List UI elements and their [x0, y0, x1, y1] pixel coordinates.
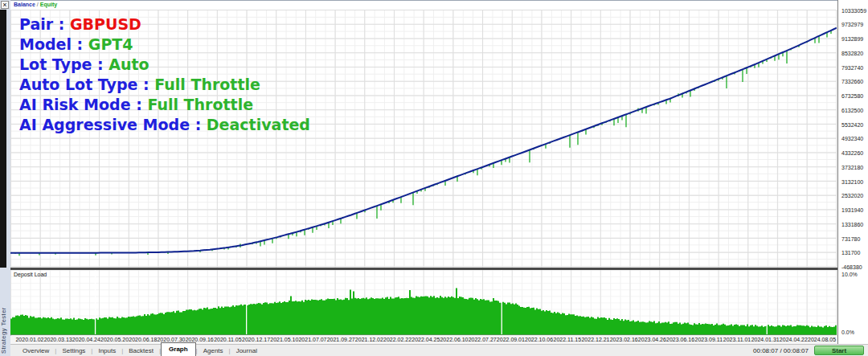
x-tick-label: 2023.06.16	[666, 337, 694, 342]
x-tick-label: 2023.09.11	[695, 337, 723, 342]
y-tick-label: 3732180	[841, 165, 863, 170]
y-tick-label: 1931940	[841, 207, 863, 213]
x-tick-label: 2022.11.15	[554, 337, 582, 342]
y-tick-label: 10333059	[841, 8, 866, 14]
x-tick-label: 2024.04.22	[780, 337, 808, 342]
overlay-value: Deactivated	[207, 116, 310, 133]
deposit-load-plot	[10, 270, 837, 335]
y-tick-label: 731780	[841, 236, 860, 242]
deposit-load-title: Deposit Load	[14, 272, 47, 277]
sidebar-title: Strategy Tester	[0, 273, 10, 354]
x-tick-label: 2022.09.01	[497, 337, 525, 342]
deposit-min-label: 0.0%	[841, 329, 854, 335]
y-tick-label: 4932340	[841, 136, 863, 141]
x-tick-label: 2023.11.01	[723, 337, 751, 342]
x-tick-label: 2020.12.17	[242, 337, 270, 342]
y-tick-label: 5532420	[841, 122, 863, 128]
y-tick-label: 2532020	[841, 193, 863, 198]
overlay-label: Pair :	[19, 15, 70, 33]
y-tick-label: -468380	[841, 264, 862, 270]
overlay-line: Auto Lot Type : Full Throttle	[19, 75, 310, 95]
overlay-value: GPT4	[88, 35, 133, 53]
y-tick-label: 6132500	[841, 108, 863, 113]
x-tick-label: 2022.10.06	[525, 337, 553, 342]
legend-balance: Balance	[14, 2, 35, 7]
tab-settings[interactable]: Settings	[56, 346, 91, 356]
x-tick-label: 2024.01.31	[751, 337, 780, 342]
tab-overview[interactable]: Overview	[17, 346, 55, 356]
x-axis: 2020.01.022020.03.132020.04.242020.05.20…	[10, 336, 837, 344]
y-tick-label: 7332660	[841, 79, 863, 84]
start-button[interactable]: Start	[814, 346, 864, 355]
tab-graph[interactable]: Graph	[161, 342, 196, 356]
overlay-line: AI Risk Mode : Full Throttle	[19, 95, 310, 115]
tab-backtest[interactable]: Backtest	[123, 346, 159, 356]
x-tick-label: 2022.04.25	[411, 337, 440, 342]
tab-agents[interactable]: Agents	[198, 346, 229, 356]
x-tick-label: 2022.12.21	[581, 337, 609, 342]
chart-legend: Balance/Equity	[14, 2, 57, 7]
deposit-max-label: 10.0%	[841, 272, 858, 277]
overlay-label: Model :	[19, 35, 88, 53]
x-tick-label: 2020.01.02	[15, 337, 43, 342]
overlay-label: AI Risk Mode :	[19, 96, 147, 113]
y-tick-label: 9132899	[841, 36, 863, 42]
overlay-label: Lot Type :	[19, 55, 108, 73]
legend-equity: Equity	[40, 2, 57, 7]
overlay-line: Model : GPT4	[19, 35, 310, 55]
x-tick-label: 2023.02.16	[610, 337, 638, 342]
x-tick-label: 2021.05.10	[270, 337, 298, 342]
x-tick-label: 2020.04.24	[72, 337, 100, 342]
chart-header	[10, 0, 837, 10]
x-tick-label: 2022.02.22	[383, 337, 411, 342]
y-tick-label: 3132100	[841, 179, 863, 185]
overlay-label: AI Aggressive Mode :	[19, 116, 207, 133]
tab-inputs[interactable]: Inputs	[92, 346, 121, 356]
y-axis: 1033305997329799132899853282079327407332…	[837, 0, 868, 344]
chart-panel-edge	[0, 10, 6, 268]
overlay-line: Pair : GBPUSD	[19, 14, 310, 35]
x-tick-label: 2022.07.27	[469, 337, 497, 342]
x-tick-label: 2020.05.20	[100, 337, 129, 342]
overlay-value: Full Throttle	[147, 96, 253, 113]
elapsed-time: 00:08:07 / 00:08:07	[753, 347, 809, 354]
x-tick-label: 2021.07.07	[298, 337, 326, 342]
x-tick-label: 2021.09.27	[327, 337, 355, 342]
overlay-value: Full Throttle	[154, 76, 260, 93]
x-tick-label: 2024.08.05	[808, 337, 836, 342]
x-tick-label: 2023.04.26	[638, 337, 666, 342]
overlay-value: GBPUSD	[70, 15, 141, 33]
overlay-value: Auto	[108, 55, 149, 73]
y-tick-label: 1331860	[841, 222, 863, 227]
y-tick-label: 4332260	[841, 150, 863, 156]
x-tick-label: 2022.06.10	[440, 337, 468, 342]
x-tick-label: 2020.06.18	[129, 337, 157, 342]
x-tick-label: 2020.03.13	[44, 337, 72, 342]
overlay-label: Auto Lot Type :	[19, 76, 154, 93]
close-icon[interactable]: ×	[1, 1, 9, 9]
x-tick-label: 2021.12.02	[355, 337, 383, 342]
strategy-tester-window: × Strategy Tester Balance/Equity Pair : …	[0, 0, 868, 356]
y-tick-label: 7932740	[841, 65, 863, 71]
overlay-line: AI Aggressive Mode : Deactivated	[19, 115, 310, 135]
tester-tabbar: Overview|Settings|Inputs|Backtest|Graph|…	[10, 344, 868, 356]
y-tick-label: 9732979	[841, 22, 863, 27]
info-overlay: Pair : GBPUSDModel : GPT4Lot Type : Auto…	[19, 14, 310, 135]
y-tick-label: 6732580	[841, 93, 863, 99]
x-tick-label: 2020.11.05	[214, 337, 242, 342]
y-tick-label: 131700	[841, 250, 860, 256]
tab-journal[interactable]: Journal	[231, 346, 263, 356]
y-tick-label: 8532820	[841, 51, 863, 56]
overlay-line: Lot Type : Auto	[19, 55, 310, 75]
